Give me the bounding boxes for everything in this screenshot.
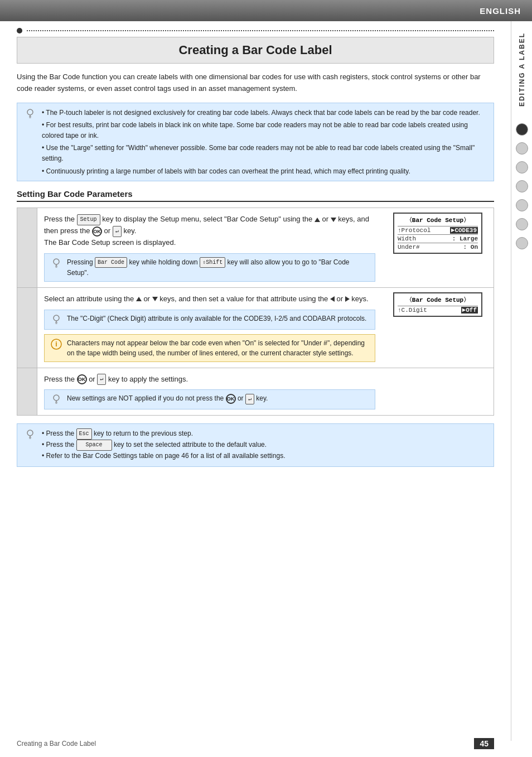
svg-point-18 <box>27 430 33 436</box>
step-2-number <box>17 288 37 368</box>
page-title-box: Creating a Bar Code Label <box>17 37 494 64</box>
dot-line <box>27 30 494 31</box>
note-3: • Use the "Large" setting for "Width" wh… <box>42 143 487 163</box>
page-title: Creating a Bar Code Label <box>178 43 332 57</box>
barcode-key: Bar Code <box>95 257 127 268</box>
sidebar-circle-7 <box>516 237 528 249</box>
setup-key: Setup <box>77 214 100 225</box>
screen-mockup-2: 〈Bar Code Setup〉 ↑C.Digit ►Off <box>393 292 482 317</box>
step-1-screen: 〈Bar Code Setup〉 ↑Protocol ►CODE39 Width… <box>382 208 494 287</box>
bottom-bulb-icon <box>24 428 36 441</box>
sidebar-circle-4 <box>516 180 528 192</box>
step-1-bulb-icon <box>50 257 62 269</box>
screen-2-value-1: ►Off <box>461 307 478 314</box>
note-2: • For best results, print bar code label… <box>42 120 487 141</box>
esc-key: Esc <box>76 428 92 440</box>
screen-1-row-3: Under# : On <box>398 243 478 250</box>
bottom-note-3: • Refer to the Bar Code Settings table o… <box>42 451 285 461</box>
right-arrow <box>345 296 350 302</box>
svg-point-0 <box>27 109 33 115</box>
screen-mockup-1: 〈Bar Code Setup〉 ↑Protocol ►CODE39 Width… <box>393 213 482 254</box>
step-1-text: Press the Setup key to display the Setup… <box>44 214 375 248</box>
language-label: ENGLISH <box>480 6 521 16</box>
up-arrow <box>315 218 320 222</box>
step-3-bulb-icon <box>50 393 62 406</box>
intro-paragraph: Using the Bar Code function you can crea… <box>17 71 494 95</box>
intro-note-box: • The P-touch labeler is not designed ex… <box>17 103 494 182</box>
steps-area: Press the Setup key to display the Setup… <box>17 208 494 416</box>
down-arrow-2 <box>152 297 158 301</box>
ok-key: OK <box>92 226 102 237</box>
screen-1-value-2: : Large <box>452 235 478 242</box>
step-1-number <box>17 208 37 287</box>
step-3-note-text: New settings are NOT applied if you do n… <box>67 393 268 404</box>
screen-2-label-1: ↑C.Digit <box>398 307 427 314</box>
space-key: Space <box>76 440 112 451</box>
step-2-note-2-text: Characters may not appear below the bar … <box>67 338 369 358</box>
dot-bullet <box>17 28 22 33</box>
step-3-row: Press the OK or ↵ key to apply the setti… <box>17 368 494 416</box>
step-2-note-1-text: The "C-Digit" (Check Digit) attribute is… <box>67 314 366 324</box>
screen-2-title: 〈Bar Code Setup〉 <box>398 296 478 304</box>
step-2-note-2: i Characters may not appear below the ba… <box>44 334 375 362</box>
ok-key-3: OK <box>77 374 87 384</box>
shift-key: ⇧Shift <box>200 257 225 268</box>
step-2-content: Select an attribute using the or keys, a… <box>37 288 382 368</box>
svg-text:i: i <box>55 340 57 348</box>
note-4: • Continuously printing a large number o… <box>42 166 487 177</box>
main-content: Creating a Bar Code Label Using the Bar … <box>0 21 511 478</box>
step-3-note: New settings are NOT applied if you do n… <box>44 389 375 409</box>
screen-1-value-3: : On <box>463 244 478 250</box>
enter-key: ↵ <box>113 226 122 237</box>
svg-point-8 <box>54 315 59 321</box>
page-number: 45 <box>474 738 494 749</box>
left-arrow <box>330 296 335 302</box>
intro-note-content: • The P-touch labeler is not designed ex… <box>42 108 487 177</box>
right-sidebar: EDITING A LABEL <box>511 21 532 741</box>
top-header: ENGLISH <box>0 0 532 21</box>
footer-text: Creating a Bar Code Label <box>17 740 96 748</box>
step-1-note-text: Pressing Bar Code key while holding down… <box>67 257 369 278</box>
sidebar-circle-5 <box>516 199 528 211</box>
info-icon: i <box>50 338 62 350</box>
step-2-screen: 〈Bar Code Setup〉 ↑C.Digit ►Off <box>382 288 494 368</box>
screen-2-row-1: ↑C.Digit ►Off <box>398 306 478 314</box>
step-3-right <box>382 368 494 416</box>
screen-1-row-1: ↑Protocol ►CODE39 <box>398 226 478 234</box>
screen-1-title: 〈Bar Code Setup〉 <box>398 216 478 224</box>
bulb-icon <box>24 108 36 120</box>
step-1-note: Pressing Bar Code key while holding down… <box>44 253 375 282</box>
sidebar-label: EDITING A LABEL <box>518 32 526 107</box>
enter-key-3: ↵ <box>97 374 106 385</box>
bottom-note-box: • Press the Esc key to return to the pre… <box>17 423 494 466</box>
screen-1-label-1: ↑Protocol <box>398 227 431 234</box>
sidebar-circle-6 <box>516 218 528 230</box>
sidebar-circle-2 <box>516 142 528 155</box>
ok-key-note: OK <box>226 394 236 404</box>
dot-separator <box>17 21 494 37</box>
down-arrow <box>331 218 336 222</box>
note-1: • The P-touch labeler is not designed ex… <box>42 108 487 118</box>
step-2-text: Select an attribute using the or keys, a… <box>44 293 375 305</box>
screen-1-label-3: Under# <box>398 244 420 250</box>
screen-1-value-1: ►CODE39 <box>450 227 478 234</box>
section-heading: Setting Bar Code Parameters <box>17 189 494 202</box>
bottom-note-1: • Press the Esc key to return to the pre… <box>42 428 285 440</box>
step-3-content: Press the OK or ↵ key to apply the setti… <box>37 368 382 416</box>
bottom-note-content: • Press the Esc key to return to the pre… <box>42 428 285 461</box>
sidebar-circles <box>516 123 528 249</box>
sidebar-circle-3 <box>516 161 528 173</box>
svg-point-4 <box>54 259 59 264</box>
svg-point-14 <box>54 395 59 401</box>
step-2-note-1: The "C-Digit" (Check Digit) attribute is… <box>44 310 375 330</box>
step-1-content: Press the Setup key to display the Setup… <box>37 208 382 287</box>
screen-1-label-2: Width <box>398 235 416 242</box>
step-2-row: Select an attribute using the or keys, a… <box>17 288 494 368</box>
sidebar-circle-1 <box>516 123 528 136</box>
screen-1-row-2: Width : Large <box>398 234 478 242</box>
step-2-bulb-icon <box>50 314 62 326</box>
step-3-text: Press the OK or ↵ key to apply the setti… <box>44 374 375 385</box>
step-1-row: Press the Setup key to display the Setup… <box>17 208 494 288</box>
page-footer: Creating a Bar Code Label 45 <box>0 738 511 749</box>
up-arrow-2 <box>136 297 142 301</box>
